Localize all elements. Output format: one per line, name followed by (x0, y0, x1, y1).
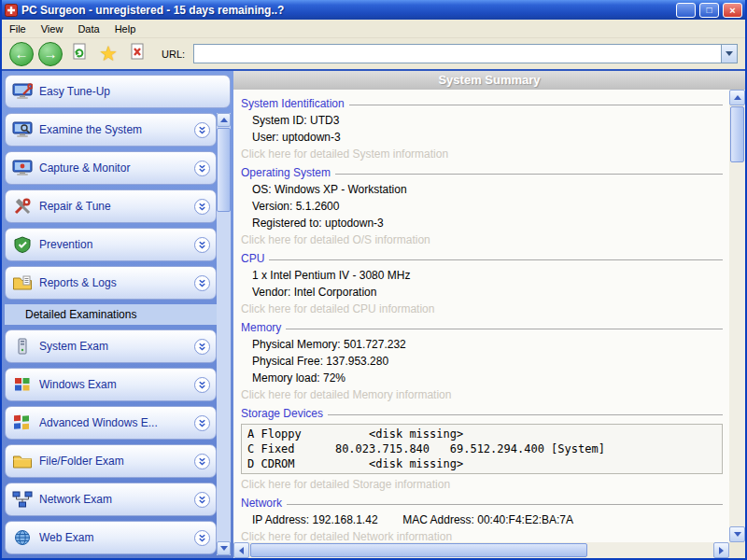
close-button[interactable]: × (723, 3, 742, 18)
sidebar-item-capture-monitor[interactable]: Capture & Monitor (5, 151, 217, 185)
capture-icon (11, 160, 34, 176)
chevron-down-icon[interactable] (194, 454, 210, 469)
sidebar-item-file-folder-exam[interactable]: File/Folder Exam (5, 444, 217, 478)
favorites-button[interactable]: ★ (96, 42, 120, 66)
sidebar-item-web-exam[interactable]: Web Exam (5, 521, 217, 554)
chevron-down-icon[interactable] (194, 199, 210, 215)
section-network: Network IP Address: 192.168.1.42 MAC Add… (241, 495, 723, 545)
chevron-down-icon[interactable] (194, 161, 210, 176)
url-input[interactable] (194, 45, 721, 63)
content-vertical-scrollbar[interactable] (729, 90, 745, 542)
chevron-down-icon[interactable] (194, 122, 210, 138)
toolbar: ← → ★ URL: (2, 38, 745, 69)
back-button[interactable]: ← (9, 42, 34, 66)
sidebar-scrollbar-thumb[interactable] (217, 128, 231, 212)
content-vscroll-thumb[interactable] (730, 106, 744, 162)
detail-link-os[interactable]: Click here for detailed O/S information (241, 231, 723, 248)
sidebar-item-label: System Exam (39, 340, 189, 353)
sidebar-item-advanced-windows-exam[interactable]: Advanced Windows E... (5, 406, 217, 440)
sidebar-item-reports-logs[interactable]: Reports & Logs (5, 266, 217, 300)
sidebar-item-windows-exam[interactable]: Windows Exam (5, 368, 217, 401)
chevron-down-icon[interactable] (194, 530, 210, 546)
advanced-windows-icon (11, 414, 34, 431)
storage-row: A Floppy <disk missing> (247, 427, 716, 441)
section-title: Operating System (241, 166, 331, 179)
sidebar-section-header: Detailed Examinations (5, 304, 217, 325)
url-dropdown-button[interactable] (721, 45, 737, 63)
detail-link-storage[interactable]: Click here for detailed Storage informat… (241, 476, 723, 493)
scrollbar-corner (729, 542, 745, 558)
chevron-down-icon[interactable] (194, 339, 210, 355)
detail-link-memory[interactable]: Click here for detailed Memory informati… (241, 386, 723, 403)
main-area: Easy Tune-Up Examine the System Capture … (2, 69, 745, 558)
url-label: URL: (162, 49, 185, 60)
content-horizontal-scrollbar[interactable] (233, 542, 729, 558)
prevention-icon (11, 236, 34, 253)
section-memory: Memory Physical Memory: 501.727.232 Phys… (241, 319, 723, 403)
tuneup-icon (11, 83, 34, 100)
section-line: 1 x Intel Pentium IV - 3080 MHz (241, 267, 723, 284)
forward-button[interactable]: → (38, 42, 63, 66)
detail-link-cpu[interactable]: Click here for detailed CPU information (241, 301, 723, 317)
sidebar-item-examine-the-system[interactable]: Examine the System (5, 113, 217, 147)
sidebar-scrollbar[interactable] (217, 113, 231, 555)
window-title: PC Surgeon - unregistered - 15 days rema… (21, 4, 672, 17)
delete-button[interactable] (125, 42, 149, 66)
section-rule (328, 414, 723, 415)
section-line: Physical Free: 137.953.280 (241, 353, 723, 370)
sidebar-item-prevention[interactable]: Prevention (5, 228, 217, 261)
sidebar-scroll-down-button[interactable] (217, 541, 231, 555)
page-title: System Summary (233, 71, 745, 90)
system-exam-icon (11, 338, 34, 355)
section-line: User: uptodown-3 (241, 129, 723, 146)
chevron-down-icon[interactable] (194, 492, 210, 508)
menu-help[interactable]: Help (107, 21, 144, 36)
section-rule (287, 504, 723, 505)
web-exam-icon (11, 529, 34, 546)
sidebar-item-label: Examine the System (39, 123, 189, 136)
sidebar-item-easy-tune-up[interactable]: Easy Tune-Up (5, 75, 231, 108)
titlebar[interactable]: PC Surgeon - unregistered - 15 days rema… (2, 0, 745, 20)
windows-exam-icon (11, 376, 34, 393)
content-hscroll-thumb[interactable] (250, 543, 587, 557)
section-title: CPU (241, 252, 264, 265)
forward-arrow-icon: → (44, 46, 58, 62)
left-arrow-icon (239, 547, 244, 554)
section-line: System ID: UTD3 (241, 112, 723, 129)
refresh-button[interactable] (67, 42, 92, 66)
content-scroll-up-button[interactable] (729, 90, 745, 105)
chevron-down-icon[interactable] (194, 415, 210, 431)
content-scroll-down-button[interactable] (729, 526, 745, 542)
refresh-icon (70, 43, 89, 65)
chevron-down-icon[interactable] (194, 237, 210, 253)
content-scroll-left-button[interactable] (233, 542, 249, 558)
menu-data[interactable]: Data (70, 21, 106, 36)
section-title: Storage Devices (241, 407, 323, 420)
sidebar-item-repair-tune[interactable]: Repair & Tune (5, 189, 217, 223)
menu-view[interactable]: View (34, 21, 71, 36)
section-line: Version: 5.1.2600 (241, 198, 723, 215)
app-window: PC Surgeon - unregistered - 15 days rema… (0, 0, 747, 560)
maximize-button[interactable]: □ (699, 3, 719, 18)
repair-icon (11, 198, 34, 215)
sidebar-item-label: File/Folder Exam (39, 455, 189, 468)
section-title: Memory (241, 321, 281, 334)
sidebar-item-label: Repair & Tune (39, 200, 189, 213)
sidebar-item-label: Advanced Windows E... (39, 416, 189, 429)
chevron-down-icon[interactable] (194, 377, 210, 393)
down-arrow-icon (220, 546, 228, 551)
right-arrow-icon (719, 547, 724, 554)
sidebar-scroll-up-button[interactable] (217, 113, 231, 127)
chevron-down-icon[interactable] (194, 275, 210, 291)
minimize-button[interactable]: _ (676, 3, 696, 18)
section-rule (349, 105, 723, 105)
sidebar-item-network-exam[interactable]: Network Exam (5, 483, 217, 516)
section-operating-system: Operating System OS: Windows XP - Workst… (241, 164, 723, 248)
down-arrow-icon (734, 532, 741, 537)
section-cpu: CPU 1 x Intel Pentium IV - 3080 MHz Vend… (241, 250, 723, 317)
detail-link-system[interactable]: Click here for detailed System informati… (241, 146, 723, 162)
menu-file[interactable]: File (2, 21, 34, 36)
section-rule (335, 174, 723, 175)
sidebar-item-system-exam[interactable]: System Exam (5, 329, 217, 363)
content-scroll-right-button[interactable] (713, 542, 729, 558)
